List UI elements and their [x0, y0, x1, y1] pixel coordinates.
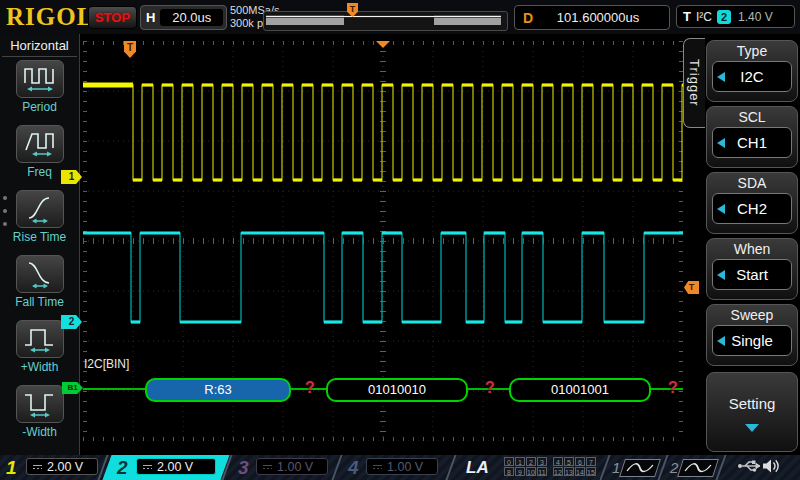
trigger-menu-item-when[interactable]: When Start [706, 238, 798, 300]
trigger-status-block[interactable]: T I²C 2 1.40 V [676, 5, 795, 28]
menu-item-value: CH2 [712, 193, 792, 224]
memory-waveform-icon [264, 12, 505, 28]
timebase-value: 20.0us [160, 9, 223, 26]
fall-time-icon [16, 255, 64, 293]
i2c-decode-frame-data: 01010010 [326, 378, 468, 402]
minus-width-icon [16, 385, 64, 423]
waveform-display: I2C[BIN] R:63 01010010 01001001 ? ? ? [83, 41, 683, 441]
timebase-label: H [141, 10, 160, 25]
digital-ch: 4 [553, 457, 563, 466]
i2c-decode-frame-data: 01001001 [509, 378, 651, 402]
rise-time-icon [16, 190, 64, 228]
delay-block[interactable]: D 101.600000us [514, 5, 670, 30]
ch3-scale[interactable]: 1.00 V [256, 458, 328, 475]
plus-width-icon [16, 320, 64, 358]
ch1-scale[interactable]: 2.00 V [26, 458, 98, 475]
trigger-menu-tab[interactable]: Trigger [683, 38, 705, 128]
freq-icon [16, 125, 64, 163]
left-menu-item-label: Fall Time [15, 295, 64, 309]
menu-item-label: Sweep [707, 305, 797, 323]
digital-ch: 13 [564, 467, 574, 476]
trigger-level-marker[interactable]: T [684, 281, 699, 294]
left-menu-item-label: +Width [21, 360, 59, 374]
menu-page-dots [3, 196, 7, 226]
trigger-menu-item-scl[interactable]: SCL CH1 [706, 106, 798, 168]
menu-item-label: When [707, 239, 797, 257]
menu-item-label: Type [707, 41, 797, 59]
trigger-source-badge: 2 [717, 10, 731, 24]
left-arrow-icon [717, 72, 725, 82]
ch2-scale[interactable]: 2.00 V [136, 458, 216, 475]
left-arrow-icon [717, 270, 725, 280]
decode-bus-label: I2C[BIN] [84, 357, 129, 371]
digital-ch: 15 [586, 467, 596, 476]
oscilloscope-screen: RIGOL STOP H 20.0us 500MSa/s 300k pts T … [0, 0, 800, 480]
ch1-number[interactable]: 1 [6, 455, 17, 480]
trigger-menu-item-sda[interactable]: SDA CH2 [706, 172, 798, 234]
left-menu-item-label: -Width [22, 425, 57, 439]
left-menu-item-label: Period [22, 100, 57, 114]
left-arrow-icon [717, 336, 725, 346]
digital-ch: 2 [526, 457, 536, 466]
left-menu-item-label: Freq [27, 165, 52, 179]
digital-ch: 8 [504, 467, 514, 476]
digital-ch: 6 [575, 457, 585, 466]
trigger-menu-item-setting[interactable]: Setting [706, 372, 798, 452]
i2c-decode-frame-address: R:63 [145, 378, 291, 402]
run-state-indicator: STOP [88, 6, 137, 29]
delay-label: D [515, 10, 541, 26]
menu-item-label: SCL [707, 107, 797, 125]
trigger-menu-item-type[interactable]: Type I2C [706, 40, 798, 102]
digital-ch: 11 [537, 467, 547, 476]
digital-channel-grid[interactable]: 0 1 2 3 4 5 6 7 8 9 10 11 12 13 14 15 [504, 457, 599, 477]
digital-ch: 7 [586, 457, 596, 466]
ch4-number[interactable]: 4 [348, 455, 359, 480]
menu-item-label: Setting [707, 373, 797, 412]
left-menu-item-rise-time[interactable]: Rise Time [0, 187, 79, 252]
left-menu-item-fall-time[interactable]: Fall Time [0, 252, 79, 317]
left-arrow-icon [717, 138, 725, 148]
left-menu-title: Horizontal [2, 34, 77, 57]
digital-ch: 9 [515, 467, 525, 476]
left-menu-item-period[interactable]: Period [0, 57, 79, 122]
chevron-down-icon [745, 424, 759, 432]
timebase-block[interactable]: H 20.0us [140, 5, 227, 30]
menu-item-value: I2C [712, 61, 792, 92]
trigger-level-value: 1.40 V [738, 10, 773, 24]
digital-ch: 5 [564, 457, 574, 466]
menu-item-value: Start [712, 259, 792, 290]
gen1-waveform-icon[interactable] [619, 459, 661, 477]
trigger-type: I²C [696, 10, 712, 24]
digital-ch: 14 [575, 467, 585, 476]
dc-coupling-icon [373, 465, 382, 469]
la-label[interactable]: LA [466, 455, 489, 480]
ch2-number[interactable]: 2 [117, 455, 128, 480]
left-arrow-icon [717, 204, 725, 214]
rigol-logo: RIGOL [6, 3, 94, 31]
digital-ch: 0 [504, 457, 514, 466]
dc-coupling-icon [263, 465, 272, 469]
ch3-number[interactable]: 3 [238, 455, 249, 480]
decode-unknown-marker: ? [668, 379, 678, 397]
menu-item-label: SDA [707, 173, 797, 191]
trigger-label: T [683, 9, 691, 24]
digital-ch: 3 [537, 457, 547, 466]
decode-unknown-marker: ? [485, 379, 495, 397]
decode-unknown-marker: ? [305, 379, 315, 397]
left-menu-item-label: Rise Time [13, 230, 66, 244]
dc-coupling-icon [143, 465, 152, 469]
period-icon [16, 60, 64, 98]
digital-ch: 10 [526, 467, 536, 476]
speaker-icon [762, 458, 782, 478]
ch4-scale[interactable]: 1.00 V [366, 458, 438, 475]
dc-coupling-icon [33, 465, 42, 469]
menu-item-value: CH1 [712, 127, 792, 158]
trigger-menu-item-sweep[interactable]: Sweep Single [706, 304, 798, 366]
top-status-bar: RIGOL STOP H 20.0us 500MSa/s 300k pts T … [0, 0, 800, 34]
usb-icon [737, 458, 761, 478]
gen2-waveform-icon[interactable] [677, 459, 719, 477]
digital-ch: 1 [515, 457, 525, 466]
memory-position-bar [263, 11, 508, 31]
delay-value: 101.600000us [541, 10, 669, 25]
menu-item-value: Single [712, 325, 792, 356]
